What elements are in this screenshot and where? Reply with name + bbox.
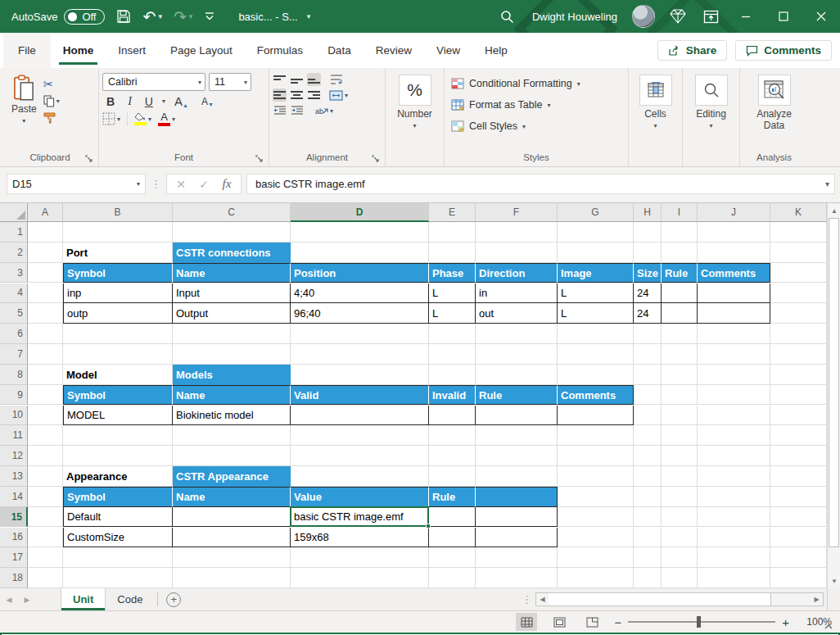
column-header-F[interactable]: F bbox=[476, 203, 558, 222]
column-header-C[interactable]: C bbox=[173, 203, 291, 222]
editing-button[interactable]: Editing ▾ bbox=[689, 71, 734, 148]
cancel-entry-button[interactable]: ✕ bbox=[170, 178, 192, 191]
cell[interactable] bbox=[634, 365, 662, 385]
column-header-B[interactable]: B bbox=[63, 203, 173, 222]
cell[interactable] bbox=[770, 385, 827, 406]
align-bottom-button[interactable] bbox=[307, 73, 321, 86]
cell[interactable] bbox=[698, 324, 770, 344]
sheet-nav-next-icon[interactable]: ▶ bbox=[18, 588, 36, 610]
ribbon-tab-review[interactable]: Review bbox=[364, 33, 424, 68]
cell-C15[interactable] bbox=[173, 507, 291, 528]
cell-F3[interactable]: Direction bbox=[476, 263, 558, 283]
format-as-table-button[interactable]: Format as Table▾ bbox=[448, 94, 625, 116]
cell-B4[interactable]: inp bbox=[63, 283, 173, 304]
cell[interactable] bbox=[698, 446, 770, 466]
scroll-up-icon[interactable]: ▲ bbox=[829, 204, 840, 217]
align-left-button[interactable] bbox=[273, 88, 287, 102]
align-middle-button[interactable] bbox=[290, 73, 304, 86]
cell[interactable] bbox=[173, 344, 291, 365]
cell[interactable] bbox=[770, 466, 827, 487]
cell[interactable] bbox=[662, 324, 698, 344]
cell[interactable] bbox=[634, 466, 662, 487]
cell[interactable] bbox=[28, 344, 63, 365]
cell[interactable] bbox=[634, 406, 662, 426]
cell[interactable] bbox=[698, 547, 770, 568]
cell[interactable] bbox=[634, 547, 662, 568]
document-title[interactable]: basic... - S...▾ bbox=[238, 11, 310, 23]
cell[interactable] bbox=[558, 528, 634, 548]
insert-function-button[interactable]: fx bbox=[216, 177, 237, 191]
cell[interactable] bbox=[698, 365, 770, 385]
vertical-scroll-thumb[interactable] bbox=[829, 218, 839, 547]
font-color-button[interactable]: A ▾ bbox=[158, 111, 175, 126]
comments-button[interactable]: Comments bbox=[735, 40, 832, 61]
row-header-14[interactable]: 14 bbox=[0, 487, 28, 507]
cell[interactable] bbox=[698, 222, 770, 243]
cell[interactable] bbox=[476, 568, 558, 588]
cell[interactable] bbox=[28, 568, 63, 588]
cell[interactable] bbox=[634, 528, 662, 548]
horizontal-scroll-thumb[interactable] bbox=[549, 593, 771, 606]
customize-quick-access-icon[interactable] bbox=[204, 12, 215, 20]
copy-button[interactable]: ▾ bbox=[43, 95, 60, 107]
cell-D3[interactable]: Position bbox=[291, 263, 429, 283]
cell-E4[interactable]: L bbox=[429, 283, 476, 304]
zoom-in-button[interactable]: + bbox=[782, 615, 789, 629]
cell-C10[interactable]: Biokinetic model bbox=[173, 406, 291, 426]
user-avatar[interactable] bbox=[632, 5, 655, 28]
cell-B16[interactable]: CustomSize bbox=[63, 528, 173, 548]
cell[interactable] bbox=[634, 324, 662, 344]
cell[interactable] bbox=[476, 446, 558, 466]
ribbon-tab-view[interactable]: View bbox=[424, 33, 472, 68]
merge-center-button[interactable]: ▾ bbox=[329, 90, 348, 101]
row-header-6[interactable]: 6 bbox=[0, 324, 28, 344]
cell[interactable] bbox=[558, 222, 634, 243]
cell[interactable] bbox=[429, 466, 476, 487]
cell[interactable] bbox=[662, 446, 698, 466]
tab-strip-splitter[interactable]: ⋮ bbox=[522, 593, 532, 606]
cell[interactable] bbox=[558, 344, 634, 365]
save-icon[interactable] bbox=[116, 9, 131, 24]
format-painter-button[interactable] bbox=[43, 112, 60, 124]
cell-C5[interactable]: Output bbox=[173, 303, 291, 324]
cell-F4[interactable]: in bbox=[476, 283, 558, 304]
select-all-corner[interactable] bbox=[0, 203, 28, 222]
cell[interactable] bbox=[173, 324, 291, 344]
cell-B3[interactable]: Symbol bbox=[63, 263, 173, 283]
cell[interactable] bbox=[698, 385, 770, 406]
cell[interactable] bbox=[63, 446, 173, 466]
cell[interactable] bbox=[173, 222, 291, 243]
ribbon-tab-data[interactable]: Data bbox=[315, 33, 364, 68]
cell[interactable] bbox=[770, 365, 827, 385]
conditional-formatting-button[interactable]: Conditional Formatting▾ bbox=[448, 73, 625, 94]
cell-H5[interactable]: 24 bbox=[634, 303, 662, 324]
cell-B14[interactable]: Symbol bbox=[63, 487, 173, 507]
cell[interactable] bbox=[28, 547, 63, 568]
cell[interactable] bbox=[698, 344, 770, 365]
cell[interactable] bbox=[770, 507, 827, 528]
row-header-10[interactable]: 10 bbox=[0, 406, 28, 426]
cells-button[interactable]: Cells ▾ bbox=[633, 71, 679, 148]
cell[interactable] bbox=[429, 222, 476, 243]
ribbon-tab-formulas[interactable]: Formulas bbox=[245, 33, 315, 68]
column-header-H[interactable]: H bbox=[634, 203, 662, 222]
column-header-J[interactable]: J bbox=[698, 203, 770, 222]
ribbon-tab-help[interactable]: Help bbox=[472, 33, 520, 68]
search-icon[interactable] bbox=[491, 0, 524, 33]
premium-diamond-icon[interactable] bbox=[662, 0, 694, 33]
cell[interactable] bbox=[63, 324, 173, 344]
page-break-preview-button[interactable] bbox=[581, 613, 603, 631]
zoom-slider[interactable] bbox=[628, 621, 775, 623]
cell[interactable] bbox=[173, 547, 291, 568]
cell-D15[interactable]: basic CSTR image.emf bbox=[291, 507, 429, 528]
cell[interactable] bbox=[63, 425, 173, 446]
cell-H3[interactable]: Size bbox=[634, 263, 662, 283]
cell-I3[interactable]: Rule bbox=[662, 263, 698, 283]
column-header-G[interactable]: G bbox=[558, 203, 634, 222]
cell-F14[interactable] bbox=[476, 487, 558, 507]
formula-bar-splitter[interactable]: ⋮ bbox=[151, 178, 161, 190]
cell-D5[interactable]: 96;40 bbox=[291, 303, 429, 324]
cell[interactable] bbox=[28, 528, 63, 548]
cell[interactable] bbox=[662, 487, 698, 507]
cell[interactable] bbox=[291, 568, 429, 588]
